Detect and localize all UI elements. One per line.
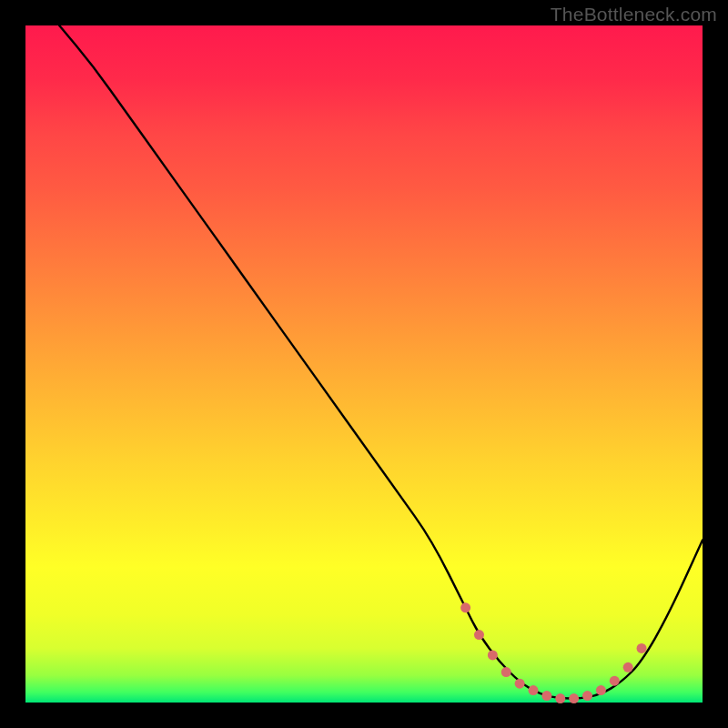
chart-frame: TheBottleneck.com	[0, 0, 728, 728]
highlight-dot	[582, 691, 592, 701]
bottleneck-curve-path	[59, 25, 703, 699]
watermark-text: TheBottleneck.com	[551, 4, 717, 25]
curve-svg	[25, 25, 703, 703]
highlight-dot	[488, 650, 498, 660]
highlight-dot	[637, 643, 647, 653]
plot-gradient-area	[25, 25, 703, 703]
highlight-dot	[501, 667, 511, 677]
highlight-dots	[460, 602, 646, 703]
highlight-dot	[569, 693, 579, 703]
highlight-dot	[474, 630, 484, 640]
highlight-dot	[529, 685, 539, 695]
bottleneck-curve	[59, 25, 703, 699]
highlight-dot	[555, 693, 565, 703]
highlight-dot	[515, 679, 525, 689]
highlight-dot	[623, 662, 633, 672]
highlight-dot	[596, 685, 606, 695]
highlight-dot	[541, 691, 551, 701]
highlight-dot	[610, 676, 620, 686]
highlight-dot	[460, 602, 470, 612]
